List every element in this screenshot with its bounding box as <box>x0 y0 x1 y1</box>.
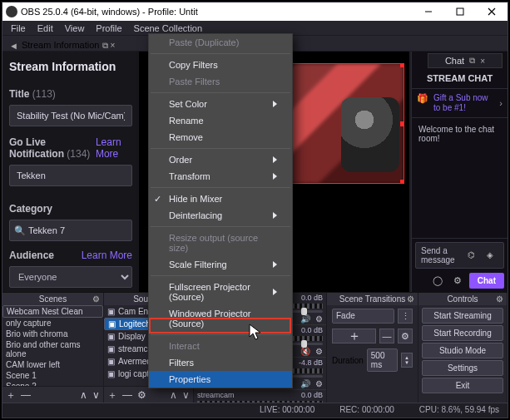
trans-select[interactable]: Fade <box>332 309 394 324</box>
audience-learn-more[interactable]: Learn More <box>82 250 132 261</box>
status-rec: REC: 00:00:00 <box>339 405 403 416</box>
scene-item[interactable]: Brio and other cams alone <box>2 339 103 359</box>
undock-icon[interactable]: ⧉ <box>102 41 108 50</box>
menu-edit[interactable]: Edit <box>32 22 58 34</box>
trans-add-button[interactable]: ＋ <box>332 329 376 343</box>
trans-settings-button[interactable]: ⚙ <box>398 329 413 343</box>
menu-profile[interactable]: Profile <box>91 22 126 34</box>
golive-input[interactable] <box>9 165 132 186</box>
scene-item[interactable]: Webcam Nest Clean <box>2 305 103 318</box>
level-meter <box>197 401 323 403</box>
source-props-button[interactable]: ⚙ <box>137 390 146 400</box>
menu-file[interactable]: File <box>6 22 31 34</box>
audience-select[interactable]: Everyone <box>9 266 132 288</box>
ctx-item[interactable]: Copy Filters <box>149 57 292 73</box>
resize-handle-r[interactable] <box>400 121 404 126</box>
trans-remove-button[interactable]: — <box>379 329 394 343</box>
ctx-item[interactable]: Properties <box>149 371 292 388</box>
scene-item[interactable]: only capture <box>2 318 103 329</box>
trans-config-icon[interactable]: ⚙ <box>407 294 414 304</box>
ctx-item[interactable]: Windowed Projector (Source) <box>149 305 292 332</box>
settings-icon[interactable]: ⚙ <box>449 272 466 289</box>
control-button[interactable]: Exit <box>422 378 503 393</box>
channel-name: streamcam <box>197 391 235 399</box>
ctx-item[interactable]: Filters <box>149 354 292 371</box>
speaker-icon[interactable]: 🔊 <box>300 379 310 388</box>
chat-tab[interactable]: Chat ⧉ × <box>428 53 503 68</box>
scene-up-button[interactable]: ∧ <box>80 390 87 400</box>
gear-icon[interactable]: ⚙ <box>315 314 323 324</box>
ctx-item[interactable]: Scale Filtering <box>149 256 292 273</box>
ctx-item[interactable]: Transform <box>149 168 292 185</box>
chat-send-button[interactable]: Chat <box>469 273 504 289</box>
minimize-button[interactable] <box>413 2 444 21</box>
scene-item[interactable]: Scene 1 <box>2 370 103 381</box>
chat-undock-icon[interactable]: ⧉ <box>469 56 475 66</box>
scene-remove-button[interactable]: — <box>21 390 31 400</box>
camera-icon: ▣ <box>107 307 115 316</box>
gear-icon[interactable]: ⚙ <box>315 379 323 388</box>
emoji-icon[interactable]: ⌬ <box>463 246 479 263</box>
ctx-item-label: Properties <box>169 374 210 384</box>
close-button[interactable] <box>476 2 508 21</box>
scenes-list[interactable]: Webcam Nest Cleanonly captureBrio with c… <box>2 305 103 386</box>
ctx-item[interactable]: Fullscreen Projector (Source) <box>149 279 292 305</box>
ctx-item[interactable]: Set Color <box>149 96 292 112</box>
ctx-item-label: Transform <box>169 171 210 181</box>
ctx-item-label: Resize output (source size) <box>169 233 277 253</box>
tab-close-icon[interactable]: × <box>111 41 116 50</box>
ctx-item[interactable]: Hide in Mixer <box>149 190 292 207</box>
ctx-item[interactable]: Order <box>149 151 292 168</box>
control-button[interactable]: Settings <box>422 360 503 376</box>
golive-learn-more[interactable]: Learn More <box>96 136 132 160</box>
microphone-object <box>341 97 399 172</box>
duration-input[interactable]: 500 ms <box>367 348 398 372</box>
gift-sub-banner[interactable]: 🎁 Gift a Sub now to be #1! › <box>412 88 508 118</box>
search-icon: 🔍 <box>14 225 26 236</box>
chat-close-icon[interactable]: × <box>480 57 485 66</box>
ctx-item: Resize output (source size) <box>149 230 292 256</box>
ctx-item-label: Remove <box>169 132 203 142</box>
golive-count: (134) <box>67 148 90 160</box>
speaker-icon[interactable]: 🔊 <box>300 314 310 324</box>
maximize-button[interactable] <box>444 2 476 21</box>
scene-item[interactable]: Brio with chroma <box>2 329 103 339</box>
gear-icon[interactable]: ⚙ <box>315 347 323 356</box>
ctx-item[interactable]: Deinterlacing <box>149 207 292 224</box>
duration-stepper[interactable]: ▲▼ <box>401 353 413 368</box>
stream-information-panel: Stream Information Title (113) Go Live N… <box>2 52 139 292</box>
scene-add-button[interactable]: ＋ <box>6 390 16 400</box>
source-add-button[interactable]: ＋ <box>107 390 117 400</box>
trans-props-button[interactable]: ⋮ <box>398 309 413 324</box>
ctx-item-label: Order <box>169 155 192 165</box>
mute-icon[interactable]: 🔇 <box>300 347 310 356</box>
camera-icon: ▣ <box>107 344 115 353</box>
stream-info-tab-label: Stream Information <box>22 40 100 50</box>
controls-config-icon[interactable]: ⚙ <box>496 294 503 304</box>
titlebar: OBS 25.0.4 (64-bit, windows) - Profile: … <box>2 2 508 21</box>
source-up-button[interactable]: ∧ <box>170 390 177 400</box>
chat-input[interactable]: Send a message ⌬ ◈ <box>415 242 504 269</box>
source-remove-button[interactable]: — <box>122 390 132 400</box>
menu-view[interactable]: View <box>60 22 90 34</box>
ctx-item[interactable]: Remove <box>149 129 292 146</box>
control-button[interactable]: Start Recording <box>422 325 503 341</box>
menu-scene-collection[interactable]: Scene Collection <box>129 22 208 34</box>
bits-icon[interactable]: ◈ <box>482 246 498 263</box>
scenes-config-icon[interactable]: ⚙ <box>92 294 100 304</box>
points-icon[interactable]: ◯ <box>429 272 446 289</box>
ctx-item[interactable]: Rename <box>149 112 292 129</box>
ctx-item-label: Windowed Projector (Source) <box>169 309 277 329</box>
source-context-menu[interactable]: Paste (Duplicate)Copy FiltersPaste Filte… <box>148 33 293 388</box>
stream-info-tab[interactable]: Stream Information ⧉ × <box>22 40 116 51</box>
scene-down-button[interactable]: ∨ <box>92 390 100 400</box>
tab-prev[interactable]: ◄ <box>7 41 20 51</box>
resize-handle-tr[interactable] <box>400 63 404 67</box>
title-input[interactable] <box>9 105 132 126</box>
control-button[interactable]: Studio Mode <box>422 343 503 358</box>
source-down-button[interactable]: ∨ <box>182 390 190 400</box>
resize-handle-br[interactable] <box>400 180 404 184</box>
scene-item[interactable]: CAM lower left <box>2 359 103 370</box>
category-input[interactable] <box>9 220 132 241</box>
control-button[interactable]: Start Streaming <box>422 308 503 324</box>
